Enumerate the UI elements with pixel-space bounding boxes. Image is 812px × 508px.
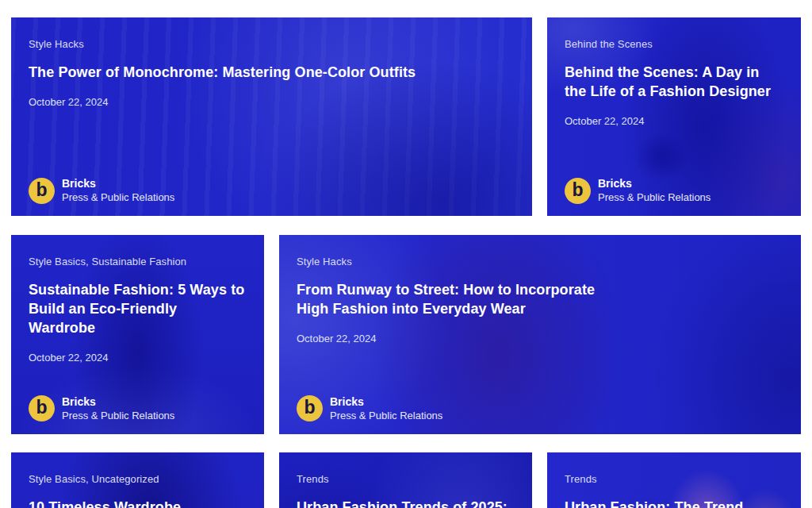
brand-name: Bricks xyxy=(62,177,174,190)
post-category: Trends xyxy=(297,472,515,487)
post-title[interactable]: From Runway to Street: How to Incorporat… xyxy=(297,280,783,318)
bricks-logo-icon: b xyxy=(297,395,323,421)
post-title[interactable]: Urban Fashion: The Trend xyxy=(565,498,783,508)
post-date: October 22, 2024 xyxy=(29,351,247,365)
post-title[interactable]: 10 Timeless Wardrobe Essentials xyxy=(29,498,247,508)
brand-lockup: b Bricks Press & Public Relations xyxy=(297,395,783,422)
post-card[interactable]: Style Hacks The Power of Monochrome: Mas… xyxy=(11,17,532,216)
post-title[interactable]: Behind the Scenes: A Day in the Life of … xyxy=(565,63,783,101)
post-date: October 22, 2024 xyxy=(565,114,783,129)
brand-lockup: b Bricks Press & Public Relations xyxy=(29,177,515,204)
post-date: October 22, 2024 xyxy=(297,332,783,346)
brand-tagline: Press & Public Relations xyxy=(598,190,710,204)
logo-letter: b xyxy=(572,181,583,199)
post-card[interactable]: Style Hacks From Runway to Street: How t… xyxy=(279,235,801,434)
post-category: Style Hacks xyxy=(297,255,783,269)
post-title[interactable]: The Power of Monochrome: Mastering One-C… xyxy=(29,63,515,82)
post-card[interactable]: Style Basics, Uncategorized 10 Timeless … xyxy=(11,452,264,508)
post-card[interactable]: Trends Urban Fashion: The Trend xyxy=(547,452,801,508)
post-category: Behind the Scenes xyxy=(565,37,783,52)
brand-text: Bricks Press & Public Relations xyxy=(62,395,174,422)
brand-name: Bricks xyxy=(598,177,710,190)
brand-text: Bricks Press & Public Relations xyxy=(62,177,174,204)
brand-text: Bricks Press & Public Relations xyxy=(330,395,442,422)
logo-letter: b xyxy=(36,398,47,417)
brand-name: Bricks xyxy=(62,395,174,409)
post-card[interactable]: Trends Urban Fashion Trends of 2025: xyxy=(279,452,532,508)
brand-tagline: Press & Public Relations xyxy=(62,190,174,204)
brand-lockup: b Bricks Press & Public Relations xyxy=(565,177,783,204)
post-grid: Style Hacks The Power of Monochrome: Mas… xyxy=(11,17,801,508)
post-category: Style Basics, Sustainable Fashion xyxy=(29,255,247,269)
logo-letter: b xyxy=(304,398,315,417)
post-card[interactable]: Style Basics, Sustainable Fashion Sustai… xyxy=(11,235,264,434)
post-category: Trends xyxy=(565,472,783,487)
brand-tagline: Press & Public Relations xyxy=(330,409,442,422)
brand-text: Bricks Press & Public Relations xyxy=(598,177,710,204)
brand-name: Bricks xyxy=(330,395,442,409)
post-card[interactable]: Behind the Scenes Behind the Scenes: A D… xyxy=(547,17,801,216)
bricks-logo-icon: b xyxy=(565,178,591,204)
bricks-logo-icon: b xyxy=(29,395,55,421)
post-title[interactable]: Sustainable Fashion: 5 Ways to Build an … xyxy=(29,280,247,337)
post-category: Style Hacks xyxy=(29,37,515,52)
bricks-logo-icon: b xyxy=(29,178,55,204)
logo-letter: b xyxy=(36,181,47,199)
post-category: Style Basics, Uncategorized xyxy=(29,472,247,487)
post-date: October 22, 2024 xyxy=(29,95,515,110)
brand-tagline: Press & Public Relations xyxy=(62,409,174,422)
brand-lockup: b Bricks Press & Public Relations xyxy=(29,395,247,422)
post-title[interactable]: Urban Fashion Trends of 2025: xyxy=(297,498,515,508)
